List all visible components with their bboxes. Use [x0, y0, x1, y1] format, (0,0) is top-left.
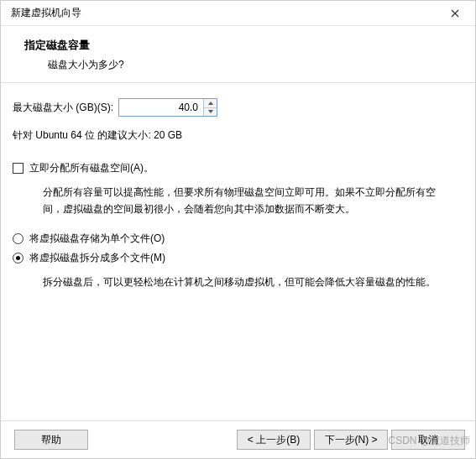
store-single-file-radio[interactable]: 将虚拟磁盘存储为单个文件(O) [13, 232, 463, 246]
close-button[interactable] [443, 4, 467, 23]
footer-bar: 帮助 < 上一步(B) 下一步(N) > 取消 [1, 420, 475, 458]
disk-size-spinner[interactable] [118, 98, 217, 117]
disk-size-input[interactable] [119, 99, 203, 116]
help-button[interactable]: 帮助 [14, 430, 88, 450]
chevron-down-icon [208, 110, 213, 113]
split-multiple-files-radio[interactable]: 将虚拟磁盘拆分成多个文件(M) [13, 251, 463, 265]
close-icon [451, 9, 459, 18]
disk-size-row: 最大磁盘大小 (GB)(S): [13, 98, 463, 117]
split-multiple-label: 将虚拟磁盘拆分成多个文件(M) [29, 251, 165, 265]
wizard-header: 指定磁盘容量 磁盘大小为多少? [1, 26, 475, 82]
radio-icon-selected [13, 253, 24, 263]
content-area: 最大磁盘大小 (GB)(S): 针对 Ubuntu 64 位 的建议大小: 20… [1, 83, 475, 312]
back-button[interactable]: < 上一步(B) [237, 430, 311, 450]
radio-icon [13, 233, 24, 244]
recommended-size: 针对 Ubuntu 64 位 的建议大小: 20 GB [13, 128, 463, 143]
store-single-label: 将虚拟磁盘存储为单个文件(O) [29, 232, 165, 246]
disk-size-label: 最大磁盘大小 (GB)(S): [13, 101, 113, 115]
spinner-buttons [203, 99, 217, 116]
spinner-up[interactable] [204, 99, 217, 108]
next-button[interactable]: 下一步(N) > [314, 430, 388, 450]
header-title: 指定磁盘容量 [24, 38, 452, 53]
allocate-now-label: 立即分配所有磁盘空间(A)。 [29, 161, 154, 175]
allocate-now-checkbox[interactable]: 立即分配所有磁盘空间(A)。 [13, 161, 463, 175]
titlebar: 新建虚拟机向导 [1, 1, 475, 26]
header-subtitle: 磁盘大小为多少? [24, 58, 452, 72]
cancel-button[interactable]: 取消 [391, 430, 465, 450]
checkbox-icon [13, 163, 24, 174]
split-multiple-desc: 拆分磁盘后，可以更轻松地在计算机之间移动虚拟机，但可能会降低大容量磁盘的性能。 [13, 270, 463, 304]
allocate-now-desc: 分配所有容量可以提高性能，但要求所有物理磁盘空间立即可用。如果不立即分配所有空间… [13, 180, 463, 232]
chevron-up-icon [208, 102, 213, 105]
spinner-down[interactable] [204, 108, 217, 117]
window-title: 新建虚拟机向导 [11, 6, 81, 20]
